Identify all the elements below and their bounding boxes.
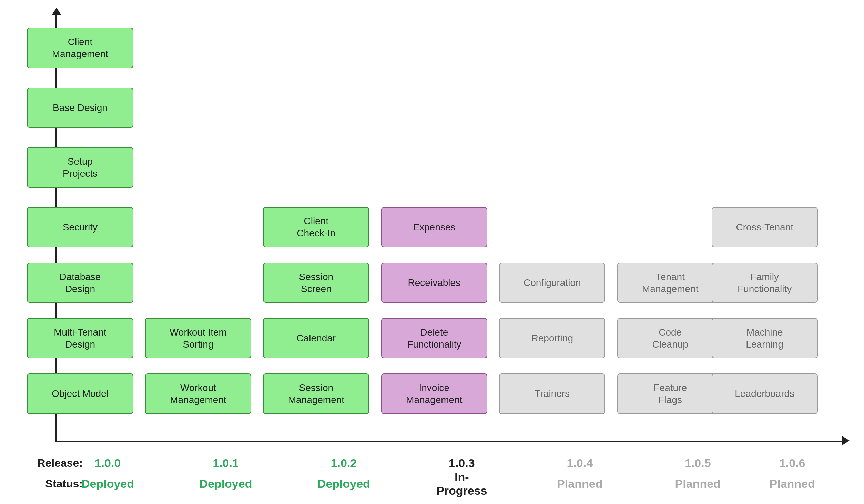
feature-card: Session Screen — [263, 263, 369, 303]
feature-card: Expenses — [381, 207, 487, 248]
release-value: 1.0.6 — [765, 456, 820, 470]
status-value: Deployed — [316, 477, 371, 491]
chart-container: Client ManagementBase DesignSetup Projec… — [28, 14, 843, 442]
feature-card: Session Management — [263, 373, 369, 414]
release-value: 1.0.2 — [316, 456, 371, 470]
feature-card: Reporting — [499, 318, 605, 359]
feature-card: Client Management — [27, 28, 133, 68]
feature-card: Object Model — [27, 373, 133, 414]
release-value: 1.0.3 — [434, 456, 489, 470]
grid-area: Client ManagementBase DesignSetup Projec… — [57, 14, 843, 441]
feature-card: Trainers — [499, 373, 605, 414]
feature-card: Security — [27, 207, 133, 248]
status-value: Planned — [552, 477, 607, 491]
feature-card: Code Cleanup — [617, 318, 723, 359]
feature-card: Tenant Management — [617, 263, 723, 303]
feature-card: Cross-Tenant — [712, 207, 818, 248]
feature-card: Database Design — [27, 263, 133, 303]
feature-card: Machine Learning — [712, 318, 818, 359]
release-label-row: Release: 1.0.01.0.11.0.21.0.31.0.41.0.51… — [28, 457, 843, 470]
feature-card: Family Functionality — [712, 263, 818, 303]
feature-card: Receivables — [381, 263, 487, 303]
feature-card: Client Check-In — [263, 207, 369, 248]
status-value: Deployed — [198, 477, 253, 491]
feature-card: Workout Management — [145, 373, 251, 414]
feature-card: Workout Item Sorting — [145, 318, 251, 359]
feature-card: Multi-Tenant Design — [27, 318, 133, 359]
feature-card: Feature Flags — [617, 373, 723, 414]
feature-card: Base Design — [27, 88, 133, 128]
status-value: Planned — [765, 477, 820, 491]
feature-card: Configuration — [499, 263, 605, 303]
release-value: 1.0.0 — [80, 456, 135, 470]
x-axis — [55, 441, 843, 442]
feature-card: Leaderboards — [712, 373, 818, 414]
feature-card: Setup Projects — [27, 147, 133, 188]
feature-card: Calendar — [263, 318, 369, 359]
release-value: 1.0.1 — [198, 456, 253, 470]
feature-card: Invoice Management — [381, 373, 487, 414]
status-value: Deployed — [80, 477, 135, 491]
release-value: 1.0.5 — [670, 456, 725, 470]
status-value: In-Progress — [434, 471, 489, 497]
feature-card: Delete Functionality — [381, 318, 487, 359]
status-value: Planned — [670, 477, 725, 491]
release-value: 1.0.4 — [552, 456, 607, 470]
status-label-row: Status: DeployedDeployedDeployedIn-Progr… — [28, 477, 843, 490]
